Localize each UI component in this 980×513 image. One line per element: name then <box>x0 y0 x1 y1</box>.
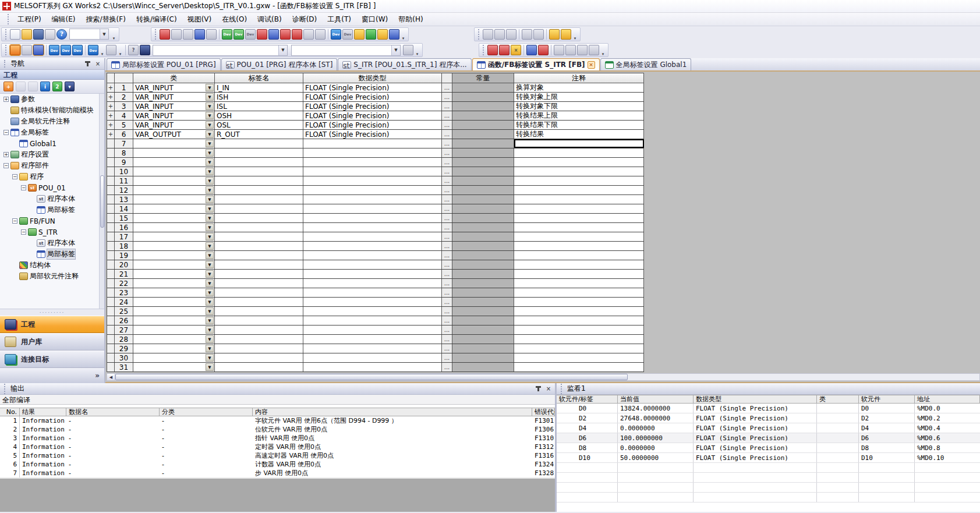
class-cell[interactable]: ▼ <box>133 363 215 372</box>
data-type-cell[interactable] <box>303 251 442 260</box>
data-type-cell[interactable] <box>303 353 442 362</box>
output-row[interactable]: 6Information--计数器 VAR用 使用0点F1324 <box>0 460 555 469</box>
class-dropdown-icon[interactable]: ▼ <box>206 158 214 166</box>
data-type-browse-button[interactable]: ... <box>442 148 452 157</box>
data-type-browse-button[interactable]: ... <box>442 242 452 250</box>
class-dropdown-icon[interactable]: ▼ <box>206 233 214 240</box>
data-type-browse-button[interactable]: ... <box>442 111 452 120</box>
class-cell[interactable]: VAR_INPUT▼ <box>133 121 215 129</box>
class-cell[interactable]: ▼ <box>133 335 215 344</box>
tree-item-10[interactable]: 局部标签 <box>0 204 104 215</box>
data-type-cell[interactable] <box>303 279 442 288</box>
view-button-3[interactable]: 连接目标 <box>0 351 104 368</box>
new-declaration-before-icon[interactable] <box>487 45 498 55</box>
row-expand-cell[interactable] <box>107 204 115 213</box>
label-paste-icon[interactable] <box>577 45 588 55</box>
device-display-select-icon[interactable]: Dev <box>88 45 98 55</box>
class-dropdown-icon[interactable]: ▼ <box>206 214 214 222</box>
comment-cell[interactable] <box>514 139 644 148</box>
help-balloon-icon[interactable]: ? <box>128 45 139 55</box>
watch-grip[interactable] <box>561 384 563 394</box>
class-cell[interactable]: VAR_INPUT▼ <box>133 83 215 92</box>
comment-cell[interactable] <box>514 148 644 157</box>
row-expand-cell[interactable] <box>107 176 115 185</box>
data-type-browse-button[interactable]: ... <box>442 195 452 204</box>
tree-item-14[interactable]: 局部标签 <box>0 249 104 260</box>
label-name-cell[interactable] <box>215 270 303 278</box>
menu-item-7[interactable]: 调试(B) <box>253 13 286 26</box>
copy-icon[interactable] <box>171 29 182 40</box>
comment-cell[interactable] <box>514 353 644 362</box>
device-test-stop-icon[interactable] <box>561 29 571 40</box>
refresh-icon[interactable]: 2 <box>52 82 62 91</box>
cross-reference-icon[interactable] <box>303 29 314 40</box>
data-type-cell[interactable] <box>303 242 442 250</box>
paste-item-icon[interactable] <box>28 82 38 91</box>
class-cell[interactable]: VAR_INPUT▼ <box>133 93 215 101</box>
tab-2[interactable]: stPOU_01 [PRG] 程序本体 [ST] <box>221 58 338 70</box>
comment-cell[interactable] <box>514 158 644 167</box>
label-name-cell[interactable] <box>215 223 303 232</box>
row-expand-cell[interactable] <box>107 270 115 278</box>
toolbar-overflow-icon[interactable]: ▾ <box>400 28 406 41</box>
comment-cell[interactable] <box>514 232 644 241</box>
data-info-icon[interactable]: i <box>40 82 50 91</box>
scrollbar-thumb[interactable] <box>115 374 628 380</box>
tree-scrollbar-thumb[interactable] <box>100 175 104 228</box>
menu-item-5[interactable]: 视图(V) <box>183 13 217 26</box>
instruction-find-icon[interactable] <box>292 29 302 40</box>
tree-item-4[interactable]: Global1 <box>0 138 104 149</box>
data-type-cell[interactable] <box>303 158 442 167</box>
comment-cell[interactable] <box>514 335 644 344</box>
convert-compile-icon[interactable] <box>268 29 279 40</box>
watch-value-cell[interactable]: 27648.0000000 <box>618 413 694 423</box>
class-dropdown-icon[interactable]: ▼ <box>206 112 214 119</box>
class-cell[interactable]: ▼ <box>133 186 215 194</box>
navigation-splitter[interactable]: ········· <box>0 309 104 316</box>
class-dropdown-icon[interactable]: ▼ <box>206 298 214 306</box>
row-expand-cell[interactable] <box>107 251 115 260</box>
class-dropdown-icon[interactable]: ▼ <box>206 102 214 110</box>
jump-source-icon[interactable] <box>354 29 365 40</box>
class-dropdown-icon[interactable]: ▼ <box>206 177 214 185</box>
comment-cell[interactable]: 转换结果 <box>514 130 644 139</box>
tree-expander-icon[interactable]: + <box>3 97 9 102</box>
class-cell[interactable]: ▼ <box>133 279 215 288</box>
class-cell[interactable]: ▼ <box>133 223 215 232</box>
data-type-cell[interactable] <box>303 335 442 344</box>
data-type-cell[interactable] <box>303 204 442 213</box>
comment-cell[interactable]: 换算对象 <box>514 83 644 92</box>
data-type-browse-button[interactable]: ... <box>442 102 452 111</box>
class-cell[interactable]: ▼ <box>133 260 215 269</box>
data-type-browse-button[interactable]: ... <box>442 223 452 232</box>
class-cell[interactable]: VAR_INPUT▼ <box>133 102 215 111</box>
label-name-cell[interactable] <box>215 204 303 213</box>
delete-declaration-icon[interactable]: × <box>511 45 521 55</box>
row-expand-cell[interactable] <box>107 139 115 148</box>
class-cell[interactable]: ▼ <box>133 158 215 167</box>
data-type-browse-button[interactable]: ... <box>442 279 452 288</box>
menubar-grip[interactable] <box>8 14 10 24</box>
output-row[interactable]: 5Information--高速定时器 VAR用 使用0点F1316 <box>0 451 555 460</box>
label-name-cell[interactable] <box>215 195 303 204</box>
comment-cell[interactable]: 转换结果上限 <box>514 111 644 120</box>
label-name-cell[interactable] <box>215 316 303 325</box>
paste-icon[interactable] <box>183 29 193 40</box>
comment-cell[interactable] <box>514 344 644 353</box>
menu-item-8[interactable]: 诊断(D) <box>288 13 322 26</box>
class-dropdown-icon[interactable]: ▼ <box>206 280 214 287</box>
label-name-cell[interactable] <box>215 279 303 288</box>
label-name-cell[interactable]: OSH <box>215 111 303 120</box>
watch-start-icon[interactable] <box>533 29 544 40</box>
tree-expander-icon[interactable]: − <box>3 163 9 168</box>
row-expand-cell[interactable]: + <box>107 93 115 101</box>
class-cell[interactable]: ▼ <box>133 326 215 334</box>
module-configuration-icon[interactable] <box>22 45 32 55</box>
comment-cell[interactable]: 转换结果下限 <box>514 121 644 129</box>
class-cell[interactable]: ▼ <box>133 176 215 185</box>
data-type-browse-button[interactable]: ... <box>442 298 452 306</box>
tree-item-1[interactable]: 特殊模块(智能功能模块 <box>0 105 104 116</box>
tree-item-15[interactable]: 结构体 <box>0 260 104 271</box>
watch-value-cell[interactable]: 0.0000000 <box>618 443 694 452</box>
output-row[interactable]: 2Information--位软元件 VAR用 使用0点F1306 <box>0 425 555 434</box>
